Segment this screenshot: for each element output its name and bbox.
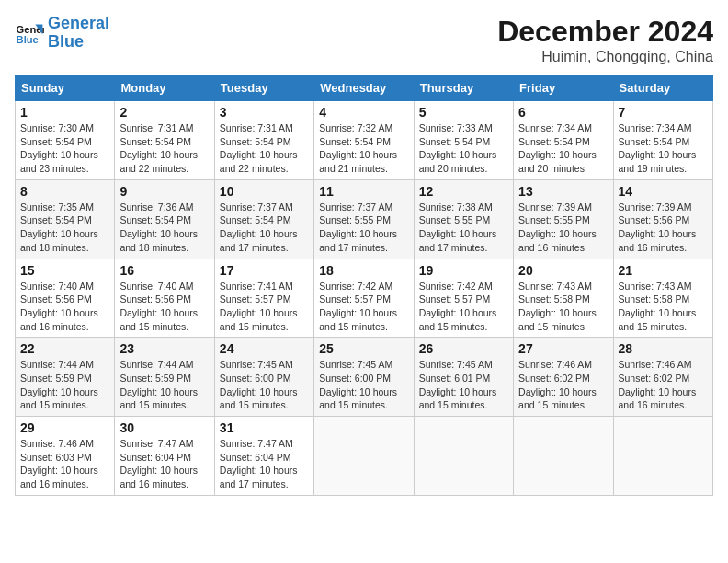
day-header-tuesday: Tuesday	[214, 75, 313, 101]
calendar-cell: 27Sunrise: 7:46 AM Sunset: 6:02 PM Dayli…	[514, 338, 613, 417]
day-info: Sunrise: 7:37 AM Sunset: 5:55 PM Dayligh…	[319, 201, 408, 255]
calendar-cell: 16Sunrise: 7:40 AM Sunset: 5:56 PM Dayli…	[115, 259, 214, 338]
day-info: Sunrise: 7:45 AM Sunset: 6:01 PM Dayligh…	[419, 358, 508, 412]
day-number: 27	[518, 341, 608, 356]
day-header-sunday: Sunday	[16, 75, 115, 101]
day-number: 12	[419, 184, 508, 199]
day-number: 11	[319, 184, 408, 199]
day-info: Sunrise: 7:44 AM Sunset: 5:59 PM Dayligh…	[20, 358, 109, 412]
day-info: Sunrise: 7:43 AM Sunset: 5:58 PM Dayligh…	[619, 280, 708, 334]
day-info: Sunrise: 7:34 AM Sunset: 5:54 PM Dayligh…	[619, 121, 708, 176]
day-header-thursday: Thursday	[414, 75, 513, 101]
day-info: Sunrise: 7:33 AM Sunset: 5:54 PM Dayligh…	[419, 121, 508, 176]
logo-icon: General Blue	[15, 18, 44, 48]
calendar-cell: 20Sunrise: 7:43 AM Sunset: 5:58 PM Dayli…	[514, 259, 613, 338]
day-info: Sunrise: 7:39 AM Sunset: 5:55 PM Dayligh…	[518, 201, 608, 255]
calendar-cell: 1Sunrise: 7:30 AM Sunset: 5:54 PM Daylig…	[16, 101, 115, 180]
day-number: 7	[619, 105, 708, 120]
calendar-cell: 7Sunrise: 7:34 AM Sunset: 5:54 PM Daylig…	[613, 101, 712, 180]
day-number: 24	[220, 341, 309, 356]
week-row-2: 8Sunrise: 7:35 AM Sunset: 5:54 PM Daylig…	[16, 179, 713, 259]
day-number: 30	[119, 420, 209, 435]
day-info: Sunrise: 7:40 AM Sunset: 5:56 PM Dayligh…	[20, 280, 109, 334]
calendar-cell: 21Sunrise: 7:43 AM Sunset: 5:58 PM Dayli…	[613, 259, 712, 338]
day-info: Sunrise: 7:42 AM Sunset: 5:57 PM Dayligh…	[419, 280, 508, 334]
day-info: Sunrise: 7:46 AM Sunset: 6:03 PM Dayligh…	[20, 437, 109, 491]
day-info: Sunrise: 7:30 AM Sunset: 5:54 PM Dayligh…	[20, 121, 109, 176]
calendar-cell: 30Sunrise: 7:47 AM Sunset: 6:04 PM Dayli…	[115, 417, 214, 496]
calendar-cell: 23Sunrise: 7:44 AM Sunset: 5:59 PM Dayli…	[115, 338, 214, 417]
calendar-cell: 24Sunrise: 7:45 AM Sunset: 6:00 PM Dayli…	[214, 338, 313, 417]
day-info: Sunrise: 7:36 AM Sunset: 5:54 PM Dayligh…	[119, 201, 209, 255]
calendar-table: SundayMondayTuesdayWednesdayThursdayFrid…	[15, 75, 713, 496]
day-info: Sunrise: 7:40 AM Sunset: 5:56 PM Dayligh…	[119, 280, 209, 334]
calendar-cell: 29Sunrise: 7:46 AM Sunset: 6:03 PM Dayli…	[16, 417, 115, 496]
day-info: Sunrise: 7:46 AM Sunset: 6:02 PM Dayligh…	[619, 358, 708, 412]
day-info: Sunrise: 7:45 AM Sunset: 6:00 PM Dayligh…	[319, 358, 408, 412]
day-info: Sunrise: 7:47 AM Sunset: 6:04 PM Dayligh…	[119, 437, 209, 491]
day-number: 4	[319, 105, 408, 120]
day-header-saturday: Saturday	[613, 75, 712, 101]
day-number: 8	[20, 184, 109, 199]
svg-text:Blue: Blue	[17, 34, 39, 45]
calendar-cell	[514, 417, 613, 496]
calendar-cell: 28Sunrise: 7:46 AM Sunset: 6:02 PM Dayli…	[613, 338, 712, 417]
day-number: 14	[619, 184, 708, 199]
calendar-cell: 22Sunrise: 7:44 AM Sunset: 5:59 PM Dayli…	[16, 338, 115, 417]
day-info: Sunrise: 7:35 AM Sunset: 5:54 PM Dayligh…	[20, 201, 109, 255]
calendar-cell: 19Sunrise: 7:42 AM Sunset: 5:57 PM Dayli…	[414, 259, 513, 338]
logo-blue: Blue	[48, 32, 84, 51]
calendar-cell: 5Sunrise: 7:33 AM Sunset: 5:54 PM Daylig…	[414, 101, 513, 180]
logo-general: General	[48, 14, 109, 32]
day-info: Sunrise: 7:39 AM Sunset: 5:56 PM Dayligh…	[619, 201, 708, 255]
day-number: 13	[518, 184, 608, 199]
day-info: Sunrise: 7:31 AM Sunset: 5:54 PM Dayligh…	[119, 121, 209, 176]
day-header-wednesday: Wednesday	[314, 75, 414, 101]
day-info: Sunrise: 7:37 AM Sunset: 5:54 PM Dayligh…	[220, 201, 309, 255]
day-number: 23	[119, 341, 209, 356]
day-info: Sunrise: 7:46 AM Sunset: 6:02 PM Dayligh…	[518, 358, 608, 412]
title-block: December 2024 Huimin, Chongqing, China	[497, 15, 713, 65]
calendar-cell: 10Sunrise: 7:37 AM Sunset: 5:54 PM Dayli…	[214, 179, 313, 259]
day-info: Sunrise: 7:42 AM Sunset: 5:57 PM Dayligh…	[319, 280, 408, 334]
calendar-cell: 13Sunrise: 7:39 AM Sunset: 5:55 PM Dayli…	[514, 179, 613, 259]
calendar-cell: 8Sunrise: 7:35 AM Sunset: 5:54 PM Daylig…	[16, 179, 115, 259]
day-number: 15	[20, 263, 109, 278]
day-number: 22	[20, 341, 109, 356]
calendar-cell: 6Sunrise: 7:34 AM Sunset: 5:54 PM Daylig…	[514, 101, 613, 180]
calendar-cell: 17Sunrise: 7:41 AM Sunset: 5:57 PM Dayli…	[214, 259, 313, 338]
calendar-cell: 9Sunrise: 7:36 AM Sunset: 5:54 PM Daylig…	[115, 179, 214, 259]
day-info: Sunrise: 7:31 AM Sunset: 5:54 PM Dayligh…	[220, 121, 309, 176]
week-row-3: 15Sunrise: 7:40 AM Sunset: 5:56 PM Dayli…	[16, 259, 713, 338]
calendar-cell: 31Sunrise: 7:47 AM Sunset: 6:04 PM Dayli…	[214, 417, 313, 496]
day-info: Sunrise: 7:47 AM Sunset: 6:04 PM Dayligh…	[220, 437, 309, 491]
calendar-cell: 4Sunrise: 7:32 AM Sunset: 5:54 PM Daylig…	[314, 101, 414, 180]
day-number: 17	[220, 263, 309, 278]
day-number: 3	[220, 105, 309, 120]
day-number: 18	[319, 263, 408, 278]
calendar-cell	[314, 417, 414, 496]
logo: General Blue General Blue	[15, 15, 109, 52]
calendar-cell	[414, 417, 513, 496]
month-title: December 2024	[497, 15, 713, 49]
day-info: Sunrise: 7:41 AM Sunset: 5:57 PM Dayligh…	[220, 280, 309, 334]
day-info: Sunrise: 7:38 AM Sunset: 5:55 PM Dayligh…	[419, 201, 508, 255]
calendar-cell: 2Sunrise: 7:31 AM Sunset: 5:54 PM Daylig…	[115, 101, 214, 180]
days-header-row: SundayMondayTuesdayWednesdayThursdayFrid…	[16, 75, 713, 101]
calendar-cell: 12Sunrise: 7:38 AM Sunset: 5:55 PM Dayli…	[414, 179, 513, 259]
day-number: 9	[119, 184, 209, 199]
day-number: 1	[20, 105, 109, 120]
calendar-cell: 11Sunrise: 7:37 AM Sunset: 5:55 PM Dayli…	[314, 179, 414, 259]
day-number: 10	[220, 184, 309, 199]
day-number: 21	[619, 263, 708, 278]
day-number: 26	[419, 341, 508, 356]
day-info: Sunrise: 7:32 AM Sunset: 5:54 PM Dayligh…	[319, 121, 408, 176]
week-row-1: 1Sunrise: 7:30 AM Sunset: 5:54 PM Daylig…	[16, 101, 713, 180]
calendar-cell: 3Sunrise: 7:31 AM Sunset: 5:54 PM Daylig…	[214, 101, 313, 180]
day-number: 5	[419, 105, 508, 120]
day-number: 29	[20, 420, 109, 435]
week-row-5: 29Sunrise: 7:46 AM Sunset: 6:03 PM Dayli…	[16, 417, 713, 496]
calendar-cell: 25Sunrise: 7:45 AM Sunset: 6:00 PM Dayli…	[314, 338, 414, 417]
location: Huimin, Chongqing, China	[497, 49, 713, 65]
calendar-cell	[613, 417, 712, 496]
